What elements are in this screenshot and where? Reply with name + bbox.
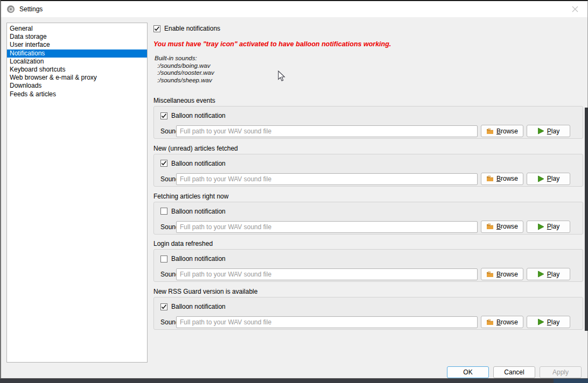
apply-button[interactable]: Apply (540, 366, 582, 378)
balloon-notification-checkbox[interactable]: Balloon notification (160, 255, 226, 263)
builtin-sound-path: :/sounds/rooster.wav (155, 69, 214, 77)
play-icon (537, 223, 544, 230)
notification-section: New (unread) articles fetched Balloon no… (153, 145, 583, 187)
folder-icon (486, 223, 494, 230)
balloon-notification-label: Balloon notification (171, 303, 226, 310)
play-button[interactable]: Play (527, 221, 570, 233)
window-title: Settings (19, 5, 43, 13)
folder-icon (486, 128, 494, 134)
play-button[interactable]: Play (527, 173, 570, 185)
balloon-notification-checkbox[interactable]: Balloon notification (160, 160, 226, 167)
play-icon (537, 127, 544, 134)
play-button[interactable]: Play (527, 125, 570, 137)
play-icon (537, 175, 544, 182)
browse-button[interactable]: Browse (481, 268, 523, 280)
checkbox-icon (160, 208, 167, 215)
sidebar-item-general[interactable]: General (7, 25, 147, 33)
sidebar-item-web-browser-email-proxy[interactable]: Web browser & e-mail & proxy (7, 74, 147, 82)
settings-dialog-icon (7, 5, 15, 13)
sidebar-item-notifications[interactable]: Notifications (7, 49, 147, 58)
browse-button[interactable]: Browse (481, 173, 523, 185)
close-button[interactable] (571, 5, 579, 13)
sidebar-item-keyboard-shortcuts[interactable]: Keyboard shortcuts (7, 66, 147, 74)
builtin-sounds-title: Built-in sounds: (155, 55, 214, 62)
play-icon (537, 271, 544, 278)
builtin-sound-path: :/sounds/boing.wav (155, 62, 214, 70)
balloon-notification-label: Balloon notification (171, 255, 226, 263)
section-title: New RSS Guard version is available (153, 288, 583, 295)
cancel-button[interactable]: Cancel (493, 366, 535, 378)
folder-icon (486, 319, 494, 325)
notification-section: Miscellaneous events Balloon notificatio… (153, 97, 583, 139)
background-app-right-edge (585, 108, 588, 331)
balloon-notification-label: Balloon notification (171, 160, 226, 167)
titlebar: Settings (1, 1, 587, 17)
balloon-notification-label: Balloon notification (171, 208, 226, 215)
mouse-cursor (278, 70, 285, 82)
builtin-sounds-note: Built-in sounds: :/sounds/boing.wav :/so… (155, 55, 214, 84)
sidebar-item-downloads[interactable]: Downloads (7, 82, 147, 90)
checkbox-icon (160, 112, 167, 119)
enable-notifications-label: Enable notifications (164, 25, 220, 32)
play-icon (537, 318, 544, 325)
ok-button[interactable]: OK (447, 366, 489, 378)
sidebar-item-data-storage[interactable]: Data storage (7, 33, 147, 41)
sound-path-input[interactable] (176, 268, 478, 280)
checkbox-icon (160, 256, 167, 263)
sidebar-item-feeds-articles[interactable]: Feeds & articles (7, 90, 147, 98)
balloon-notification-label: Balloon notification (171, 112, 226, 119)
folder-icon (486, 175, 494, 182)
section-title: Fetching articles right now (153, 193, 583, 200)
browse-button[interactable]: Browse (481, 125, 523, 137)
sound-path-input[interactable] (176, 316, 478, 328)
enable-notifications-checkbox[interactable]: Enable notifications (153, 25, 220, 32)
section-group-box: Balloon notification Sound Browse (153, 297, 583, 330)
play-button[interactable]: Play (527, 316, 570, 328)
notification-section: Login data refreshed Balloon notificatio… (153, 240, 583, 282)
sidebar-item-user-interface[interactable]: User interface (7, 41, 147, 49)
section-group-box: Balloon notification Sound Browse (153, 154, 583, 187)
settings-category-list: GeneralData storageUser interfaceNotific… (6, 23, 148, 363)
section-group-box: Balloon notification Sound Browse (153, 249, 583, 282)
balloon-notification-checkbox[interactable]: Balloon notification (160, 208, 226, 215)
section-title: Miscellaneous events (153, 97, 583, 104)
section-title: Login data refreshed (153, 240, 583, 247)
checkbox-icon (160, 160, 167, 167)
notification-section: Fetching articles right now Balloon noti… (153, 193, 583, 235)
browse-button[interactable]: Browse (481, 221, 523, 233)
background-app-bottom-edge (0, 378, 588, 383)
close-icon (572, 6, 578, 12)
play-button[interactable]: Play (527, 268, 570, 280)
tray-warning-text: You must have "tray icon" activated to h… (153, 40, 391, 48)
builtin-sound-path: :/sounds/sheep.wav (155, 77, 214, 84)
folder-icon (486, 271, 494, 278)
section-group-box: Balloon notification Sound Browse (153, 106, 583, 139)
settings-dialog: Settings GeneralData storageUser interfa… (0, 0, 588, 378)
section-title: New (unread) articles fetched (153, 145, 583, 152)
notification-section: New RSS Guard version is available Ballo… (153, 288, 583, 330)
section-group-box: Balloon notification Sound Browse (153, 202, 583, 235)
sound-path-input[interactable] (176, 125, 478, 137)
sidebar-item-localization[interactable]: Localization (7, 58, 147, 66)
checkbox-icon (160, 303, 167, 310)
balloon-notification-checkbox[interactable]: Balloon notification (160, 303, 226, 310)
balloon-notification-checkbox[interactable]: Balloon notification (160, 112, 226, 119)
checkbox-icon (153, 25, 160, 32)
browse-button[interactable]: Browse (481, 316, 523, 328)
sound-path-input[interactable] (176, 173, 478, 185)
sound-path-input[interactable] (176, 221, 478, 233)
